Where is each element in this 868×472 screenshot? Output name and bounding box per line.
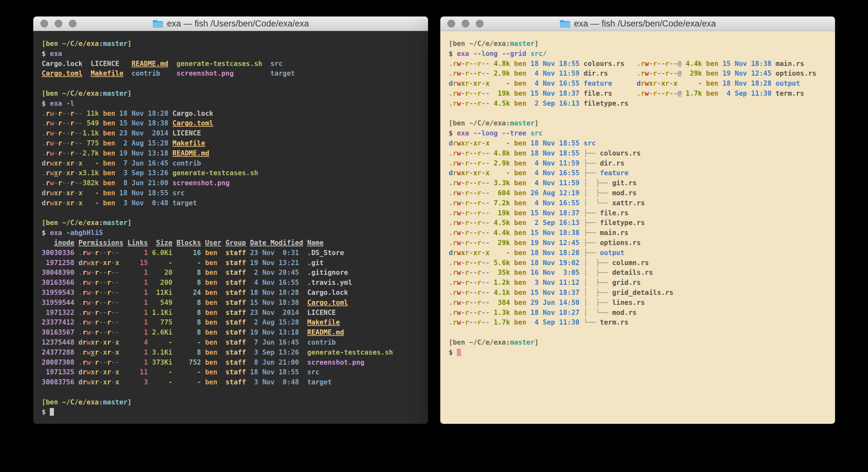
terminal-line: [ben ~/C/e/exa:master] — [42, 89, 428, 98]
terminal-line: .rw-r--r-- 1.2k ben 3 Nov 11:12 │ ├── gr… — [449, 278, 835, 288]
terminal-line: inode Permissions Links Size Blocks User… — [42, 238, 428, 248]
terminal-line: .rw-r--r-- 3.3k ben 4 Nov 11:59 │ ├── gi… — [449, 178, 835, 188]
close-button[interactable] — [40, 20, 48, 28]
terminal-line: .rw-r--r-- 2.9k ben 4 Nov 11:59 dir.rs .… — [449, 68, 835, 79]
folder-icon — [559, 20, 570, 28]
terminal-line: .rw-r--r-- 19k ben 15 Nov 18:37 ├── file… — [449, 208, 835, 218]
terminal-line: .rw-r--r-- 35k ben 16 Nov 3:05 │ ├── det… — [449, 268, 835, 278]
terminal-line: [ben ~/C/e/exa:master] — [42, 397, 428, 407]
folder-icon — [153, 20, 163, 28]
terminal-line: drwxr-xr-x - ben 4 Nov 16:55 feature drw… — [449, 79, 835, 89]
terminal-line: $ exa --long --grid src/ — [449, 49, 835, 59]
zoom-button[interactable] — [69, 20, 76, 28]
window-title: exa — fish /Users/ben/Code/exa/exa — [574, 19, 716, 29]
terminal-line: 30163567 .rw-r--r-- 1 2.6Ki 8 ben staff … — [42, 327, 428, 337]
terminal-line: 31959543 .rw-r--r-- 1 11Ki 24 ben staff … — [42, 288, 428, 298]
terminal-line: Cargo.lock LICENCE README.md generate-te… — [42, 59, 428, 69]
terminal-line: .rw-r--r-- 4.4k ben 15 Nov 18:38 ├── mai… — [449, 228, 835, 238]
terminal-line: .rw-r--r-- 11k ben 18 Nov 18:28 Cargo.lo… — [42, 109, 428, 119]
terminal-line: 30163566 .rw-r--r-- 1 200 8 ben staff 4 … — [42, 278, 428, 288]
terminal-line: drwxr-xr-x - ben 3 Nov 0:48 target — [42, 198, 428, 208]
terminal-line: $ exa -l — [42, 98, 428, 109]
terminal-line — [42, 208, 428, 218]
terminal-line: $ — [42, 407, 428, 417]
terminal-line — [449, 327, 835, 337]
terminal-line: .rw-r--r-- 4.5k ben 2 Sep 16:13 ├── file… — [449, 218, 835, 228]
terminal-line: .rw-r--r--2.7k ben 19 Nov 13:18 README.m… — [42, 148, 428, 158]
terminal-line: .rw-r--r-- 4.5k ben 2 Sep 16:13 filetype… — [449, 98, 835, 109]
minimize-button[interactable] — [462, 20, 469, 28]
title-group: exa — fish /Users/ben/Code/exa/exa — [153, 19, 309, 29]
terminal-line: $ — [449, 348, 835, 358]
title-bar[interactable]: exa — fish /Users/ben/Code/exa/exa — [33, 17, 428, 31]
terminal-line: [ben ~/C/e/exa:master] — [449, 39, 835, 49]
terminal-line: .rw-r--r-- 4.1k ben 15 Nov 18:37 │ ├── g… — [449, 288, 835, 298]
terminal-line: .rw-r--r-- 604 ben 26 Aug 12:19 │ ├── mo… — [449, 188, 835, 198]
minimize-button[interactable] — [55, 20, 62, 28]
terminal-line: .rw-r--r--1.1k ben 23 Nov 2014 LICENCE — [42, 128, 428, 138]
terminal-line: 1971322 .rw-r--r-- 1 1.1Ki 8 ben staff 2… — [42, 308, 428, 318]
traffic-lights — [40, 17, 76, 31]
terminal-line: 1971325 drwxr-xr-x 11 - - ben staff 18 N… — [42, 367, 428, 377]
terminal-line: drwxr-xr-x - ben 18 Nov 18:55 src — [449, 138, 835, 148]
terminal-line: [ben ~/C/e/exa:master] — [42, 218, 428, 228]
terminal-line: .rwxr-xr-x3.1k ben 3 Sep 13:26 generate-… — [42, 168, 428, 178]
terminal-line: [ben ~/C/e/exa:master] — [449, 337, 835, 348]
terminal-line: 1971258 drwxr-xr-x 15 - - ben staff 19 N… — [42, 258, 428, 268]
terminal-line: 23377412 .rw-r--r-- 1 775 8 ben staff 2 … — [42, 318, 428, 327]
terminal-line: 30083756 drwxr-xr-x 3 - - ben staff 3 No… — [42, 377, 428, 387]
terminal-line: .rw-r--r-- 29k ben 19 Nov 12:45 ├── opti… — [449, 238, 835, 248]
terminal-line — [449, 109, 835, 119]
terminal-window-dark: exa — fish /Users/ben/Code/exa/exa [ben … — [33, 17, 428, 424]
terminal-line: 24377288 .rwxr-xr-x 1 3.1Ki 8 ben staff … — [42, 348, 428, 358]
title-bar[interactable]: exa — fish /Users/ben/Code/exa/exa — [440, 17, 835, 31]
terminal-line: $ exa -abghHliS — [42, 228, 428, 238]
terminal-line: 30048390 .rw-r--r-- 1 20 8 ben staff 2 N… — [42, 268, 428, 278]
terminal-line: drwxr-xr-x - ben 18 Nov 18:28 ├── output — [449, 248, 835, 258]
terminal-line: .rw-r--r-- 1.3k ben 18 Nov 18:27 │ └── m… — [449, 308, 835, 318]
terminal-line: drwxr-xr-x - ben 7 Jun 16:45 contrib — [42, 158, 428, 169]
terminal-line: .rw-r--r-- 19k ben 15 Nov 18:37 file.rs … — [449, 89, 835, 98]
zoom-button[interactable] — [476, 20, 484, 28]
close-button[interactable] — [447, 20, 455, 28]
traffic-lights — [447, 17, 484, 31]
terminal-content-light[interactable]: [ben ~/C/e/exa:master]$ exa --long --gri… — [440, 31, 835, 424]
terminal-content-dark[interactable]: [ben ~/C/e/exa:master]$ exaCargo.lock LI… — [33, 31, 428, 424]
terminal-line: .rw-r--r-- 384 ben 29 Jun 14:50 │ ├── li… — [449, 298, 835, 308]
window-title: exa — fish /Users/ben/Code/exa/exa — [167, 19, 309, 29]
title-group: exa — fish /Users/ben/Code/exa/exa — [559, 19, 716, 29]
terminal-line: 31959544 .rw-r--r-- 1 549 8 ben staff 15… — [42, 298, 428, 308]
terminal-line: drwxr-xr-x - ben 4 Nov 16:55 ├── feature — [449, 168, 835, 178]
terminal-line: .rw-r--r-- 2.9k ben 4 Nov 11:59 ├── dir.… — [449, 158, 835, 169]
terminal-line — [42, 387, 428, 397]
terminal-line: $ exa — [42, 49, 428, 59]
terminal-line: .rw-r--r-- 549 ben 15 Nov 18:38 Cargo.to… — [42, 118, 428, 128]
terminal-line: Cargo.toml Makefile contrib screenshot.p… — [42, 68, 428, 79]
terminal-line: .rw-r--r-- 1.7k ben 4 Sep 11:30 └── term… — [449, 318, 835, 327]
terminal-line: .rw-r--r-- 775 ben 2 Aug 15:28 Makefile — [42, 138, 428, 148]
terminal-line: $ exa --long --tree src — [449, 128, 835, 138]
terminal-line: 30030336 .rw-r--r-- 1 6.0Ki 16 ben staff… — [42, 248, 428, 258]
terminal-line: [ben ~/C/e/exa:master] — [449, 118, 835, 128]
terminal-line: 12375448 drwxr-xr-x 4 - - ben staff 7 Ju… — [42, 337, 428, 348]
terminal-line: .rw-r--r-- 5.6k ben 18 Nov 19:02 │ ├── c… — [449, 258, 835, 268]
terminal-window-light: exa — fish /Users/ben/Code/exa/exa [ben … — [440, 17, 835, 424]
terminal-line: [ben ~/C/e/exa:master] — [42, 39, 428, 49]
terminal-line: drwxr-xr-x - ben 18 Nov 18:55 src — [42, 188, 428, 198]
terminal-line — [42, 79, 428, 89]
terminal-line: .rw-r--r-- 4.8k ben 18 Nov 18:55 colours… — [449, 59, 835, 69]
terminal-line: .rw-r--r--382k ben 8 Jun 21:00 screensho… — [42, 178, 428, 188]
terminal-line: .rw-r--r-- 7.2k ben 4 Nov 16:55 │ └── xa… — [449, 198, 835, 208]
terminal-line: 20087308 .rw-r--r-- 1 373Ki 752 ben staf… — [42, 358, 428, 367]
terminal-line: .rw-r--r-- 4.8k ben 18 Nov 18:55 ├── col… — [449, 148, 835, 158]
